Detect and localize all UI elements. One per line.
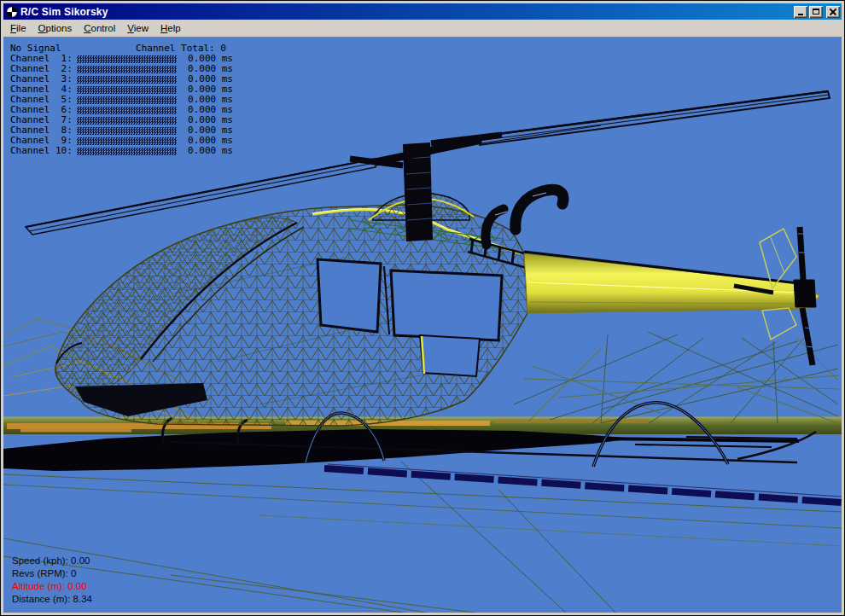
minimize-button[interactable] <box>794 6 807 18</box>
channel-signal-bar <box>77 117 177 125</box>
speed-readout: Speed (kph): 0.00 <box>12 555 92 567</box>
channel-label: Channel 10: <box>10 146 75 156</box>
revs-readout: Revs (RPM): 0 <box>12 567 92 580</box>
menu-item-help[interactable]: Help <box>154 21 187 36</box>
channel-value: 0.000 ms <box>177 146 233 156</box>
channel-row: Channel 10:0.000 ms <box>10 146 233 156</box>
titlebar[interactable]: R/C Sim Sikorsky <box>3 3 842 20</box>
close-icon <box>829 8 837 15</box>
maximize-button[interactable] <box>809 6 823 18</box>
distance-readout: Distance (m): 8.34 <box>12 593 92 606</box>
menu-item-options[interactable]: Options <box>32 21 79 36</box>
close-button[interactable] <box>826 6 840 18</box>
door-window-front <box>318 259 381 332</box>
menu-item-view[interactable]: View <box>121 21 154 36</box>
rotor-blade-right <box>478 91 830 145</box>
channel-hud: No Signal Channel Total: 0 Channel 1:0.0… <box>10 44 233 156</box>
app-icon <box>6 6 18 18</box>
channel-signal-bar <box>77 137 177 145</box>
fin-lower <box>762 308 796 340</box>
tail-rotor <box>794 227 816 365</box>
sim-viewport[interactable]: No Signal Channel Total: 0 Channel 1:0.0… <box>3 37 842 613</box>
channel-signal-bar <box>77 55 177 63</box>
channel-signal-bar <box>77 148 177 155</box>
window-controls <box>794 6 840 18</box>
helicopter-fuselage <box>55 189 572 426</box>
channel-signal-bar <box>77 66 177 73</box>
window-title: R/C Sim Sikorsky <box>20 6 794 18</box>
menu-bar: FileOptionsControlViewHelp <box>3 20 842 37</box>
channel-signal-bar <box>77 96 177 104</box>
telemetry-readout: Speed (kph): 0.00 Revs (RPM): 0 Altitude… <box>12 555 92 606</box>
channel-signal-bar <box>77 127 177 135</box>
channel-signal-bar <box>77 107 177 114</box>
lower-window <box>420 335 480 376</box>
menu-item-control[interactable]: Control <box>78 21 121 36</box>
channel-rows: Channel 1:0.000 msChannel 2:0.000 msChan… <box>10 54 233 156</box>
door-window-rear <box>391 270 502 340</box>
altitude-readout: Altitude (m): 0.00 <box>12 580 92 593</box>
channel-signal-bar <box>77 76 177 84</box>
tail-boom <box>524 227 819 365</box>
app-window: R/C Sim Sikorsky FileOptionsControlViewH… <box>0 0 845 616</box>
minimize-icon <box>798 14 803 15</box>
menu-item-file[interactable]: File <box>4 21 32 36</box>
channel-signal-bar <box>77 86 177 94</box>
maximize-icon <box>813 9 819 15</box>
